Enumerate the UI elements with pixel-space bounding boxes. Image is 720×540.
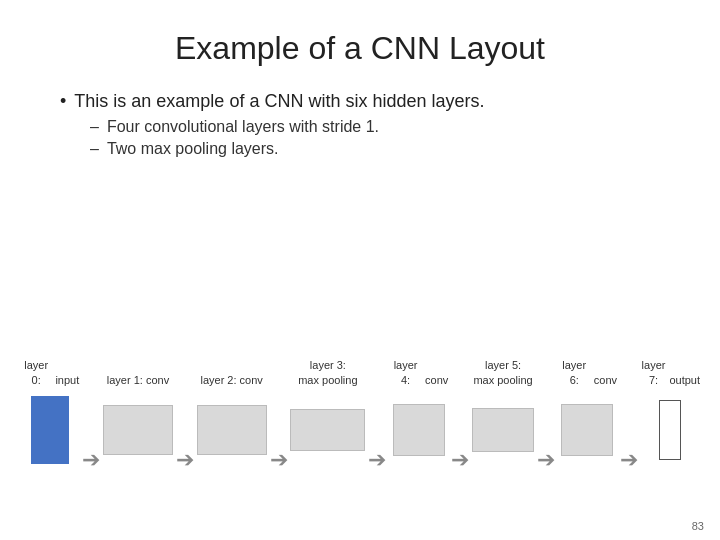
layer-4-visual xyxy=(389,395,448,465)
slide: Example of a CNN Layout This is an examp… xyxy=(0,0,720,540)
output-block xyxy=(659,400,681,460)
arrow-icon-0: ➔ xyxy=(82,447,100,473)
conv-4-block xyxy=(393,404,445,456)
arrow-1: ➔ xyxy=(173,357,197,495)
layer-2-col: layer 2: conv xyxy=(197,357,267,465)
layer-6-col: layer 6: conv xyxy=(558,357,617,465)
layer-2-label: layer 2: conv xyxy=(200,357,262,387)
arrow-5: ➔ xyxy=(534,357,558,495)
arrow-2: ➔ xyxy=(267,357,291,495)
arrow-icon-4: ➔ xyxy=(451,447,469,473)
sub-bullet-1: Four convolutional layers with stride 1. xyxy=(90,118,680,136)
main-bullet: This is an example of a CNN with six hid… xyxy=(60,91,680,112)
conv-1-block xyxy=(103,405,173,455)
cnn-diagram: layer 0: input ➔ layer 1: conv xyxy=(20,357,700,495)
layer-3-label: layer 3: max pooling xyxy=(298,357,357,387)
pool-3-block xyxy=(290,409,365,451)
content-area: This is an example of a CNN with six hid… xyxy=(60,91,680,158)
layer-7-visual xyxy=(641,395,700,465)
layer-6-label: layer 6: conv xyxy=(558,357,617,387)
arrow-icon-1: ➔ xyxy=(176,447,194,473)
arrow-6: ➔ xyxy=(617,357,641,495)
layer-7-col: layer 7: output xyxy=(641,357,700,465)
layer-6-visual xyxy=(558,395,617,465)
layer-1-visual xyxy=(103,395,173,465)
arrow-icon-2: ➔ xyxy=(270,447,288,473)
layer-0-visual xyxy=(20,395,79,465)
sub-bullet-2: Two max pooling layers. xyxy=(90,140,680,158)
arrow-3: ➔ xyxy=(365,357,389,495)
layer-0-label: layer 0: input xyxy=(20,357,79,387)
layer-2-visual xyxy=(197,395,267,465)
arrow-icon-3: ➔ xyxy=(368,447,386,473)
layer-5-visual xyxy=(472,395,534,465)
arrow-0: ➔ xyxy=(79,357,103,495)
conv-6-block xyxy=(561,404,613,456)
arrow-4: ➔ xyxy=(448,357,472,495)
page-number: 83 xyxy=(692,520,704,532)
layer-7-label: layer 7: output xyxy=(641,357,700,387)
slide-title: Example of a CNN Layout xyxy=(40,30,680,67)
layer-5-label: layer 5: max pooling xyxy=(473,357,532,387)
conv-2-block xyxy=(197,405,267,455)
arrow-icon-5: ➔ xyxy=(537,447,555,473)
layer-4-col: layer 4: conv xyxy=(389,357,448,465)
arrow-icon-6: ➔ xyxy=(620,447,638,473)
layer-3-visual xyxy=(290,395,365,465)
layer-3-col: layer 3: max pooling xyxy=(290,357,365,465)
layer-4-label: layer 4: conv xyxy=(389,357,448,387)
layer-0-col: layer 0: input xyxy=(20,357,79,465)
input-block xyxy=(31,396,69,464)
layer-1-col: layer 1: conv xyxy=(103,357,173,465)
layer-5-col: layer 5: max pooling xyxy=(472,357,534,465)
layer-1-label: layer 1: conv xyxy=(107,357,169,387)
pool-5-block xyxy=(472,408,534,452)
